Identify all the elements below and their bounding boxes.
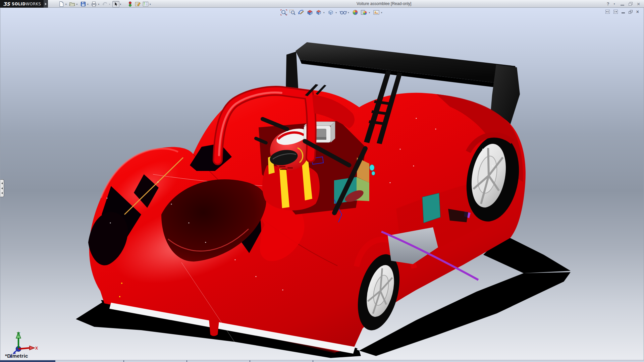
- chevron-left-icon: [1, 192, 3, 194]
- undo-button[interactable]: [101, 1, 108, 7]
- taskbar-divider: [313, 360, 313, 362]
- checklist-icon: [142, 1, 149, 7]
- save-button[interactable]: [79, 1, 87, 7]
- zoom-to-area-icon: [289, 9, 296, 16]
- headsup-view-toolbar: ▾ ▾ ▾: [280, 9, 384, 16]
- ds-logo-icon: ƷS: [3, 1, 10, 7]
- view-settings-dropdown[interactable]: ▾: [381, 11, 382, 14]
- select-dropdown[interactable]: ▾: [120, 3, 121, 5]
- taskbar-edge[interactable]: [0, 360, 644, 362]
- save-dropdown[interactable]: ▾: [87, 3, 89, 5]
- open-folder-icon: [69, 1, 75, 7]
- apply-scene-icon: [360, 9, 368, 16]
- undo-icon: [102, 1, 108, 7]
- print-button[interactable]: [91, 1, 98, 7]
- display-style-dropdown[interactable]: ▾: [336, 11, 337, 14]
- pane-toggle-left-icon[interactable]: [605, 10, 610, 14]
- doc-restore-button[interactable]: [629, 10, 633, 14]
- note-pencil-icon: [135, 1, 141, 7]
- standard-toolbar: ▾ ▾ ▾ ▾: [58, 1, 152, 7]
- traffic-light-icon: [128, 1, 132, 7]
- apply-scene-dropdown[interactable]: ▾: [369, 11, 370, 14]
- save-floppy-icon: [80, 1, 87, 7]
- view-settings-icon: [373, 9, 380, 16]
- car-model-3d[interactable]: [0, 8, 644, 360]
- display-style-icon: [327, 9, 334, 16]
- help-button[interactable]: ?: [607, 1, 609, 6]
- show-errors-button[interactable]: [126, 1, 133, 7]
- view-settings-button[interactable]: [372, 9, 380, 16]
- edit-appearance-button[interactable]: [352, 9, 359, 16]
- graphics-viewport[interactable]: ▾ ▾ ▾: [0, 8, 644, 360]
- chevron-left-icon: [1, 182, 3, 184]
- zoom-to-fit-icon: [280, 9, 287, 16]
- view-orientation-icon: [315, 9, 322, 16]
- feature-panel-collapse-tab[interactable]: [0, 179, 4, 197]
- open-dropdown[interactable]: ▾: [76, 3, 78, 5]
- appearance-ball-icon: [352, 9, 359, 16]
- display-style-button[interactable]: [327, 9, 335, 16]
- doc-minimize-button[interactable]: [622, 12, 625, 13]
- zoom-to-area-button[interactable]: [288, 9, 296, 16]
- taskbar-start-segment[interactable]: [0, 360, 55, 362]
- brand-solid: SOLID: [12, 2, 26, 6]
- pane-toggle-right-icon[interactable]: [613, 10, 618, 14]
- cursor-arrow-icon: [113, 1, 119, 7]
- taskbar-divider: [250, 360, 250, 362]
- view-orientation-button[interactable]: [315, 9, 322, 16]
- chevron-left-icon: [1, 187, 3, 189]
- help-dropdown[interactable]: ▾: [614, 3, 615, 5]
- new-document-button[interactable]: [58, 1, 65, 7]
- previous-view-icon: [298, 9, 305, 16]
- select-tool-button[interactable]: [112, 1, 119, 7]
- hide-show-items-button[interactable]: [339, 9, 347, 16]
- new-dropdown[interactable]: ▾: [65, 3, 67, 5]
- section-view-button[interactable]: [306, 9, 314, 16]
- doc-close-button[interactable]: ×: [636, 9, 639, 14]
- eyeglasses-icon: [339, 9, 347, 16]
- view-orientation-label: *Dimetric: [5, 353, 28, 359]
- undo-dropdown[interactable]: ▾: [109, 3, 110, 5]
- close-button[interactable]: ×: [637, 1, 640, 6]
- taskbar-divider: [186, 360, 187, 362]
- options-dropdown[interactable]: ▾: [150, 3, 151, 5]
- document-title: Voiture assomblee [Read-only]: [357, 1, 411, 6]
- previous-view-button[interactable]: [297, 9, 305, 16]
- brand-works: WORKS: [26, 2, 41, 6]
- hide-show-dropdown[interactable]: ▾: [348, 11, 349, 14]
- restore-button[interactable]: [629, 2, 633, 6]
- print-icon: [91, 1, 97, 7]
- document-window-controls: ×: [605, 9, 639, 14]
- taskbar-divider: [123, 360, 124, 362]
- chevron-right-icon: [45, 3, 47, 5]
- menu-expand-button[interactable]: [44, 0, 48, 8]
- zoom-to-fit-button[interactable]: [280, 9, 287, 16]
- new-document-icon: [58, 1, 65, 7]
- solidworks-logo[interactable]: ƷS SOLIDWORKS: [0, 0, 44, 8]
- minimize-button[interactable]: [621, 5, 624, 6]
- title-bar: ƷS SOLIDWORKS ▾ ▾: [0, 0, 644, 8]
- triad-y-label: Y: [17, 331, 20, 337]
- apply-scene-button[interactable]: [360, 9, 368, 16]
- open-button[interactable]: [69, 1, 76, 7]
- view-orientation-dropdown[interactable]: ▾: [323, 11, 325, 14]
- window-controls: ? ▾ ×: [607, 0, 640, 8]
- options-button[interactable]: [142, 1, 149, 7]
- solidworks-window: ƷS SOLIDWORKS ▾ ▾: [0, 0, 644, 362]
- print-dropdown[interactable]: ▾: [98, 3, 100, 5]
- triad-x-label: X: [35, 346, 38, 351]
- section-view-icon: [306, 9, 314, 16]
- edit-note-button[interactable]: [134, 1, 141, 7]
